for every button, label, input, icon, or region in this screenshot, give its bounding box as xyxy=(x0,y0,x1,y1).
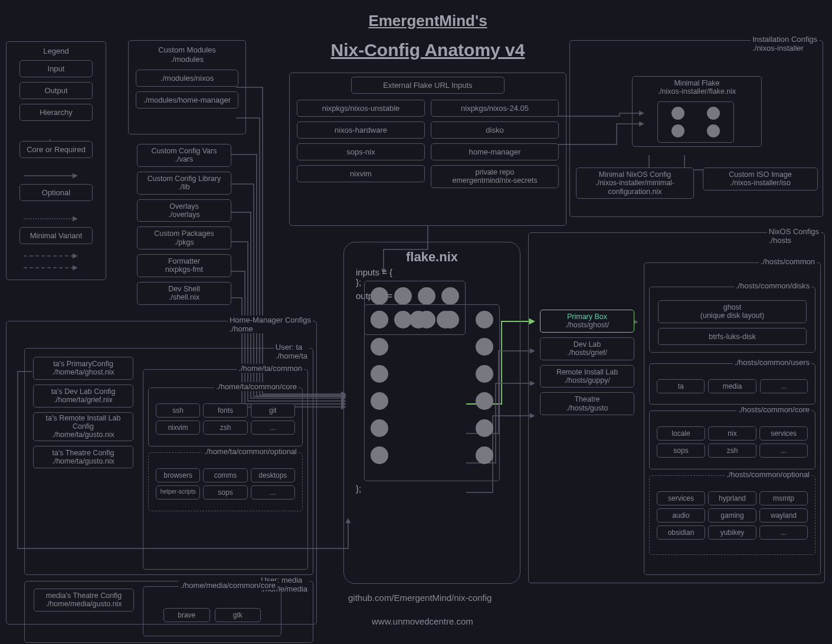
nixos-core-sops: sops xyxy=(657,443,705,458)
hm-user-media: User: media./home/media media's Theatre … xyxy=(24,581,313,643)
hm-ta-core: ./home/ta/common/core ssh fonts git nixv… xyxy=(148,387,303,446)
legend-title: Legend xyxy=(9,44,103,60)
ext-disko: disko xyxy=(431,121,559,139)
host-remote: Remote Install Lab./hosts/guppy/ xyxy=(540,365,634,388)
footer-github: github.com/EmergentMind/nix-config xyxy=(348,593,492,603)
hm-cfg-dev: ta's Dev Lab Config./home/ta/grief.nix xyxy=(33,385,133,408)
nixos-core-locale: locale xyxy=(657,426,705,441)
host-pills: Primary Box./hosts/ghost/ Dev Lab./hosts… xyxy=(540,310,634,415)
nixos-opt-services: services xyxy=(657,491,705,505)
legend-core: Core or Required xyxy=(19,141,93,158)
hm-media-brave: brave xyxy=(163,608,210,622)
hm-taopt-desktops: desktops xyxy=(251,468,295,482)
nixos-opt-audio: audio xyxy=(657,508,705,523)
legend-panel: Legend Input Output Hierarchy Core or Re… xyxy=(6,41,106,280)
nixos-user-media: media xyxy=(708,379,756,393)
nixos-users: ./hosts/common/users ta media ... xyxy=(649,363,815,405)
ext-nixpkgs-unstable: nixpkgs/nixos-unstable xyxy=(297,100,425,117)
nixos-disks: ./hosts/common/disks ghost(unique disk l… xyxy=(649,287,815,353)
legend-input: Input xyxy=(19,60,93,77)
hm-panel: Home-Manager Configs./home User: ta./hom… xyxy=(6,321,317,625)
ext-nixpkgs-2405: nixpkgs/nixos-24.05 xyxy=(431,100,559,117)
side-stack: Custom Config Vars./vars Custom Config L… xyxy=(137,144,231,305)
nixos-disks-ghost: ghost(unique disk layout) xyxy=(658,300,807,323)
legend-optional: Optional xyxy=(19,184,93,201)
external-inputs-panel: External Flake URL Inputs nixpkgs/nixos-… xyxy=(289,73,566,226)
footer-site: www.unmovedcentre.com xyxy=(372,616,473,626)
nixos-opt-wayland: wayland xyxy=(759,508,808,523)
nixos-core-more: ... xyxy=(759,443,808,458)
hm-tacore-zsh: zsh xyxy=(203,420,247,435)
nixos-opt-yubikey: yubikey xyxy=(708,525,756,540)
external-inputs-title: External Flake URL Inputs xyxy=(351,77,505,94)
nixos-common: ./hosts/common ./hosts/common/disks ghos… xyxy=(644,262,821,575)
flake-inputs-label: inputs = { xyxy=(346,267,517,277)
nixos-core-nix: nix xyxy=(708,426,756,441)
ext-sops-nix: sops-nix xyxy=(297,143,425,160)
install-iso: Custom ISO Image./nixos-installer/iso xyxy=(703,167,818,190)
hm-cfg-remote: ta's Remote Install Lab Config./home/ta/… xyxy=(33,412,133,441)
nixos-core: ./hosts/common/core locale nix services … xyxy=(649,410,815,469)
host-dev: Dev Lab./hosts/grief/ xyxy=(540,337,634,360)
modules-panel: Custom Modules ./modules ./modules/nixos… xyxy=(128,40,246,134)
nixos-opt-hyprland: hyprland xyxy=(708,491,756,505)
title-author: EmergentMind's xyxy=(236,12,620,30)
install-minimal-config: Minimal NixOS Config./nixos-installer/mi… xyxy=(576,167,694,199)
legend-hierarchy: Hierarchy xyxy=(19,104,93,121)
hm-taopt-sops: sops xyxy=(203,485,247,500)
host-primary: Primary Box./hosts/ghost/ xyxy=(540,310,634,333)
nixos-opt-obsidian: obsidian xyxy=(657,525,705,540)
modules-hm: ./modules/home-manager xyxy=(136,91,238,109)
side-fmt: Formatternixpkgs-fmt xyxy=(137,254,231,277)
ext-nixos-hardware: nixos-hardware xyxy=(297,121,425,139)
nixos-disks-btrfs: btrfs-luks-disk xyxy=(658,328,807,345)
install-minimal-flake: Minimal Flake./nixos-installer/flake.nix xyxy=(632,76,762,147)
hm-tacore-fonts: fonts xyxy=(203,403,247,418)
hm-taopt-more: ... xyxy=(251,485,295,500)
ext-nixvim: nixvim xyxy=(297,165,425,182)
hm-tacore-nixvim: nixvim xyxy=(156,420,200,435)
flake-panel: flake.nix inputs = { }; outputs = { }; xyxy=(343,242,520,584)
nixos-opt-msmtp: msmtp xyxy=(759,491,808,505)
flake-outputs-dots xyxy=(364,304,500,481)
ext-private-repo: private repoemergentmind/nix-secrets xyxy=(431,165,559,188)
install-mf-dots xyxy=(657,101,734,143)
nixos-core-zsh: zsh xyxy=(708,443,756,458)
nixos-user-more: ... xyxy=(760,379,808,393)
flake-outputs-close: }; xyxy=(346,484,517,494)
nixos-core-services: services xyxy=(759,426,808,441)
hm-media-core: ./home/media/common/core brave gtk xyxy=(143,586,281,636)
modules-title: Custom Modules xyxy=(131,45,243,55)
hm-taopt-comms: comms xyxy=(203,468,247,482)
side-lib: Custom Config Library./lib xyxy=(137,172,231,195)
title-main: Nix-Config Anatomy v4 xyxy=(236,40,620,60)
hm-tacore-git: git xyxy=(251,403,295,418)
side-pkgs: Custom Packages./pkgs xyxy=(137,226,231,249)
side-vars: Custom Config Vars./vars xyxy=(137,144,231,167)
modules-nixos: ./modules/nixos xyxy=(136,70,238,87)
modules-path: ./modules xyxy=(131,55,243,64)
hm-media-gtk: gtk xyxy=(215,608,261,622)
hm-ta-optional: ./home/ta/common/optional browsers comms… xyxy=(148,452,303,511)
host-theatre: Theatre./hosts/gusto xyxy=(540,392,634,415)
hm-taopt-helper: helper-scripts xyxy=(156,485,200,500)
hm-taopt-browsers: browsers xyxy=(156,468,200,482)
hm-cfg-primary: ta's PrimaryConfig./home/ta/ghost.nix xyxy=(33,357,133,380)
side-shell: Dev Shell./shell.nix xyxy=(137,282,231,305)
hm-tacore-ssh: ssh xyxy=(156,403,200,418)
nixos-optional: ./hosts/common/optional services hyprlan… xyxy=(649,475,815,555)
side-overlays: Overlays./overlays xyxy=(137,199,231,222)
nixos-user-ta: ta xyxy=(657,379,705,393)
hm-cfg-media: media's Theatre Config./home/media/gusto… xyxy=(34,589,134,612)
legend-minimal: Minimal Variant xyxy=(19,227,93,244)
hm-tacore-more: ... xyxy=(251,420,295,435)
nixos-opt-gaming: gaming xyxy=(708,508,756,523)
hm-ta-cfgs: ta's PrimaryConfig./home/ta/ghost.nix ta… xyxy=(33,357,133,468)
install-panel: Installation Configs./nixos-installer Mi… xyxy=(569,40,823,217)
hm-ta-common: ./home/ta/common ./home/ta/common/core s… xyxy=(143,369,308,570)
hm-cfg-theatre: ta's Theatre Config./home/ta/gusto.nix xyxy=(33,446,133,469)
ext-home-manager: home-manager xyxy=(431,143,559,160)
flake-title: flake.nix xyxy=(346,245,517,267)
nixos-opt-more: ... xyxy=(759,525,808,540)
legend-output: Output xyxy=(19,82,93,99)
